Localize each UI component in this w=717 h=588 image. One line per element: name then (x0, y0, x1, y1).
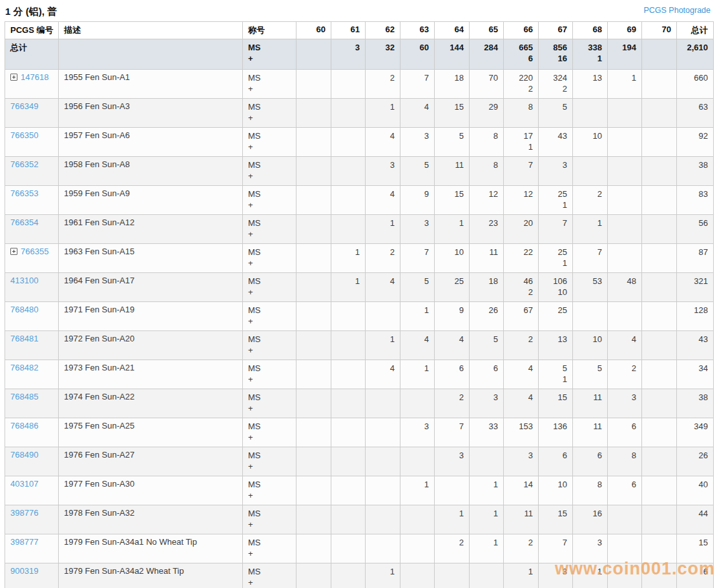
row-designation: MS+ (243, 215, 296, 244)
grade-cell: 6 (435, 360, 470, 389)
grade-cell: 3242 (539, 70, 573, 99)
grade-cell: 153 (504, 418, 539, 447)
grade-cell: 7 (400, 244, 435, 273)
pcgs-photograde-link[interactable]: PCGS Photograde (643, 6, 712, 15)
row-designation: MS+ (243, 389, 296, 418)
grade-cell: 5 (573, 360, 608, 389)
pcgs-number-link[interactable]: 403107 (10, 479, 38, 489)
pcgs-number-link[interactable]: 766354 (10, 218, 38, 227)
grade-cell: 3 (400, 128, 435, 157)
pcgs-number-link[interactable]: 398777 (10, 537, 38, 547)
pcgs-number-cell: 768482 (5, 360, 59, 389)
grade-cell: 1 (435, 215, 470, 244)
pcgs-number-link[interactable]: 768485 (10, 392, 38, 401)
row-designation: MS+ (243, 447, 296, 476)
totals-grade-cell: 32 (366, 39, 400, 70)
grade-cell: 4 (366, 360, 400, 389)
grade-cell (642, 215, 677, 244)
grade-cell: 1 (435, 505, 470, 534)
grade-cell (642, 418, 677, 447)
pcgs-number-cell: 768486 (5, 418, 59, 447)
grade-cell: 1 (470, 505, 504, 534)
grade-cell (366, 534, 400, 563)
totals-grade-cell: 284 (470, 39, 504, 70)
header-row: PCGS 编号描述称号6061626364656667686970总计 (5, 22, 714, 39)
grade-cell (642, 302, 677, 331)
pcgs-number-link[interactable]: 766352 (10, 159, 38, 169)
row-total: 63 (677, 99, 714, 128)
grade-cell: 6 (470, 360, 504, 389)
pcgs-number-link[interactable]: 766353 (10, 188, 38, 198)
pcgs-number-link[interactable]: 147618 (21, 72, 48, 82)
pcgs-number-link[interactable]: 900319 (10, 566, 38, 576)
grade-cell (608, 215, 642, 244)
grade-cell (642, 447, 677, 476)
grade-cell: 8 (504, 99, 539, 128)
pcgs-number-link[interactable]: 768480 (10, 305, 38, 314)
row-total: 6 (677, 563, 714, 588)
grade-cell: 22 (504, 244, 539, 273)
expand-icon[interactable] (10, 248, 17, 255)
grade-cell (608, 302, 642, 331)
grade-cell (296, 360, 331, 389)
grade-cell: 26 (470, 302, 504, 331)
grade-cell: 7 (573, 244, 608, 273)
expand-icon[interactable] (10, 74, 17, 81)
row-designation: MS+ (243, 128, 296, 157)
population-report-page: 1 分 (铝), 普 PCGS Photograde PCGS 编号描述称号60… (0, 0, 717, 588)
row-description: 1974 Fen Sun-A22 (59, 389, 243, 418)
pcgs-number-link[interactable]: 768482 (10, 363, 38, 372)
row-total: 40 (677, 476, 714, 505)
pcgs-number-cell: 766352 (5, 157, 59, 186)
grade-cell: 51 (539, 360, 573, 389)
pcgs-number-link[interactable]: 766350 (10, 130, 38, 140)
row-total: 43 (677, 331, 714, 360)
grade-cell (642, 389, 677, 418)
pcgs-number-link[interactable]: 398776 (10, 508, 38, 518)
totals-grade-cell: 85616 (539, 39, 573, 70)
totals-total: 2,610 (677, 39, 714, 70)
grade-cell: 7 (435, 418, 470, 447)
grade-cell (400, 534, 435, 563)
grade-cell: 2 (366, 244, 400, 273)
pcgs-number-link[interactable]: 413100 (10, 276, 38, 285)
row-total: 321 (677, 273, 714, 302)
grade-cell (296, 215, 331, 244)
grade-cell: 1 (470, 534, 504, 563)
grade-cell: 11 (573, 418, 608, 447)
grade-cell: 1 (400, 302, 435, 331)
grade-cell: 7 (504, 157, 539, 186)
grade-cell (608, 99, 642, 128)
pcgs-number-link[interactable]: 768481 (10, 334, 38, 343)
grade-cell (366, 447, 400, 476)
pcgs-number-link[interactable]: 766349 (10, 101, 38, 111)
grade-cell: 6 (608, 418, 642, 447)
column-header: 描述 (59, 22, 243, 39)
row-total: 38 (677, 389, 714, 418)
grade-cell: 15 (539, 389, 573, 418)
grade-cell: 11 (470, 244, 504, 273)
pcgs-number-link[interactable]: 766355 (21, 247, 48, 256)
pcgs-number-link[interactable]: 768490 (10, 450, 38, 460)
totals-description-cell (59, 39, 243, 70)
grade-cell (642, 505, 677, 534)
row-total: 44 (677, 505, 714, 534)
row-description: 1979 Fen Sun-A34a2 Wheat Tip (59, 563, 243, 588)
grade-cell: 8 (573, 476, 608, 505)
totals-row: 总计MS+3326014428466568561633811942,610 (5, 39, 714, 70)
pcgs-number-link[interactable]: 768486 (10, 421, 38, 431)
grade-cell: 4 (504, 360, 539, 389)
grade-cell (331, 389, 366, 418)
column-header: 称号 (243, 22, 296, 39)
grade-cell: 8 (608, 447, 642, 476)
grade-cell: 29 (470, 99, 504, 128)
grade-cell: 4 (608, 331, 642, 360)
row-description: 1958 Fen Sun-A8 (59, 157, 243, 186)
row-total: 26 (677, 447, 714, 476)
pcgs-number-cell: 398776 (5, 505, 59, 534)
table-row: 3987761978 Fen Sun-A32MS+1111151644 (5, 505, 714, 534)
grade-cell: 10 (573, 331, 608, 360)
row-designation: MS+ (243, 157, 296, 186)
grade-cell: 462 (504, 273, 539, 302)
pcgs-number-cell: 768481 (5, 331, 59, 360)
